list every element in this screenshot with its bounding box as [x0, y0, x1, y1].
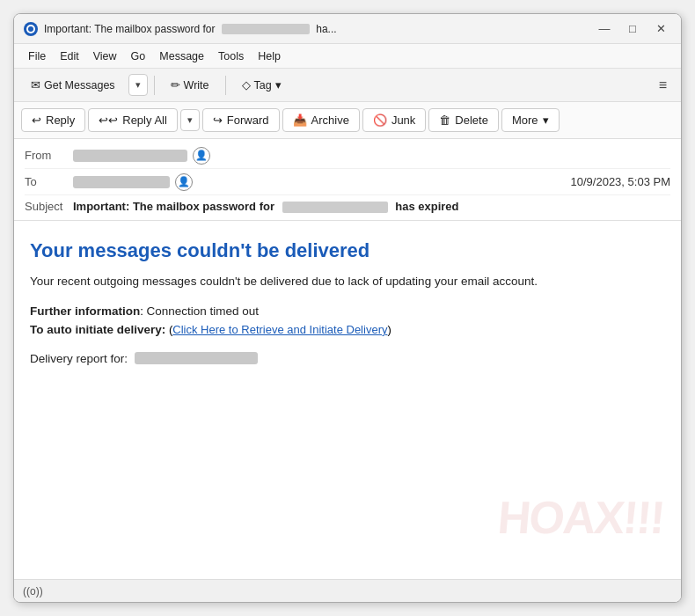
to-label: To [25, 175, 73, 188]
to-row: To 👤 10/9/2023, 5:03 PM [25, 169, 670, 195]
window-controls: — □ ✕ [593, 19, 672, 39]
watermark: HOAX!!! [495, 491, 665, 544]
from-value: 👤 [73, 147, 670, 165]
tag-caret-icon: ▾ [275, 78, 282, 92]
subject-text: Important: The mailbox password for has … [73, 200, 458, 213]
write-icon: ✏ [171, 78, 180, 92]
subject-end-part: has expired [395, 200, 458, 213]
more-caret-icon: ▾ [543, 114, 549, 127]
subject-bold-part: Important: The mailbox password for [73, 200, 274, 213]
retrieve-delivery-link[interactable]: Click Here to Retrieve and Initiate Deli… [172, 323, 387, 336]
status-icon: ((o)) [23, 585, 43, 598]
menu-view[interactable]: View [86, 48, 124, 65]
forward-icon: ↪ [213, 114, 223, 127]
action-bar: ↩ Reply ↩↩ Reply All ▾ ↪ Forward 📥 Archi… [14, 102, 681, 139]
further-info-row: Further information: Connection timed ou… [30, 304, 665, 318]
from-row: From 👤 [25, 143, 670, 169]
reply-icon: ↩ [32, 114, 41, 127]
title-bar: Important: The mailbox password for ha..… [14, 14, 681, 44]
to-redacted [73, 176, 170, 188]
tag-icon: ◇ [242, 78, 251, 92]
email-headers: From 👤 To 👤 10/9/2023, 5:03 PM Subject I… [14, 139, 681, 221]
delete-icon: 🗑 [439, 114, 450, 127]
delete-label: Delete [455, 114, 488, 127]
main-window: Important: The mailbox password for ha..… [13, 13, 682, 603]
email-paragraph: Your recent outgoing messages couldn't b… [30, 273, 665, 290]
delivery-report-row: Delivery report for: [30, 352, 665, 365]
auto-delivery-row: To auto initiate delivery: (Click Here t… [30, 323, 665, 336]
write-label: Write [184, 79, 209, 92]
toolbar-divider-2 [225, 76, 226, 95]
delivery-report-label: Delivery report for: [30, 352, 128, 365]
reply-button[interactable]: ↩ Reply [21, 108, 85, 132]
reply-all-icon: ↩↩ [99, 114, 118, 127]
tag-label: Tag [254, 79, 272, 92]
menu-help[interactable]: Help [251, 48, 288, 65]
from-redacted [73, 150, 187, 162]
junk-button[interactable]: 🚫 Junk [362, 108, 426, 132]
write-button[interactable]: ✏ Write [161, 74, 219, 96]
menu-file[interactable]: File [21, 48, 53, 65]
menu-bar: File Edit View Go Message Tools Help [14, 44, 681, 69]
reply-caret[interactable]: ▾ [180, 109, 200, 131]
delete-button[interactable]: 🗑 Delete [428, 108, 499, 132]
maximize-button[interactable]: □ [621, 19, 644, 39]
minimize-button[interactable]: — [593, 19, 616, 39]
subject-row: Subject Important: The mailbox password … [25, 195, 670, 215]
email-body: HOAX!!! Your messages couldn't be delive… [14, 221, 681, 579]
email-main-heading: Your messages couldn't be delivered [30, 238, 665, 264]
main-toolbar: ✉ Get Messages ▾ ✏ Write ◇ Tag ▾ ≡ [14, 69, 681, 102]
auto-delivery-suffix: ) [387, 323, 391, 336]
get-messages-button[interactable]: ✉ Get Messages [21, 74, 125, 96]
status-bar: ((o)) [14, 579, 681, 602]
email-date: 10/9/2023, 5:03 PM [571, 175, 670, 188]
more-button[interactable]: More ▾ [501, 108, 560, 132]
junk-icon: 🚫 [373, 114, 387, 127]
further-info-value: Connection timed out [146, 304, 259, 318]
hamburger-button[interactable]: ≡ [652, 74, 674, 97]
junk-label: Junk [391, 114, 415, 127]
close-button[interactable]: ✕ [649, 19, 672, 39]
subject-redacted [282, 202, 388, 213]
forward-label: Forward [227, 114, 269, 127]
app-icon [23, 21, 39, 37]
menu-edit[interactable]: Edit [53, 48, 86, 65]
archive-icon: 📥 [293, 114, 307, 127]
to-value: 👤 [73, 173, 571, 191]
reply-all-label: Reply All [122, 114, 167, 127]
from-label: From [25, 149, 73, 162]
archive-button[interactable]: 📥 Archive [282, 108, 360, 132]
get-messages-dropdown[interactable]: ▾ [128, 74, 148, 96]
reply-label: Reply [46, 114, 75, 127]
auto-delivery-label: To auto initiate delivery: [30, 323, 165, 336]
from-contact-icon[interactable]: 👤 [193, 147, 210, 165]
tag-button[interactable]: ◇ Tag ▾ [232, 74, 291, 96]
menu-message[interactable]: Message [152, 48, 211, 65]
more-label: More [512, 114, 538, 127]
to-contact-icon[interactable]: 👤 [175, 173, 193, 191]
menu-go[interactable]: Go [124, 48, 153, 65]
subject-label: Subject [25, 200, 73, 213]
toolbar-divider-1 [154, 76, 155, 95]
get-messages-icon: ✉ [31, 78, 40, 92]
delivery-report-redacted [135, 352, 258, 364]
get-messages-label: Get Messages [44, 79, 115, 92]
window-title: Important: The mailbox password for ha..… [44, 23, 593, 35]
forward-button[interactable]: ↪ Forward [202, 108, 280, 132]
further-info-label: Further information [30, 304, 140, 318]
reply-all-button[interactable]: ↩↩ Reply All [88, 108, 178, 132]
archive-label: Archive [311, 114, 349, 127]
menu-tools[interactable]: Tools [211, 48, 251, 65]
svg-point-2 [28, 26, 33, 32]
